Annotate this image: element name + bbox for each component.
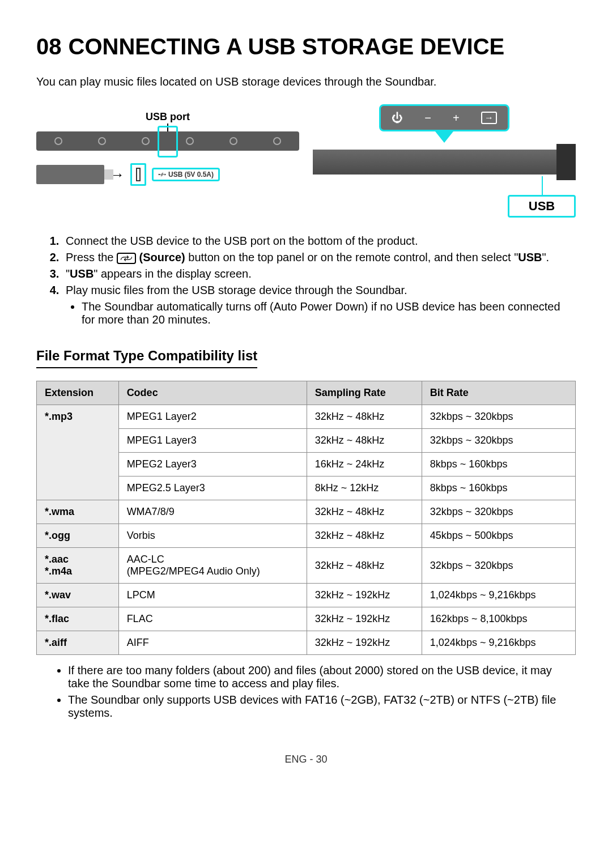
codec-cell: LPCM	[118, 584, 307, 607]
table-row: *.wma WMA7/8/9 32kHz ~ 48kHz 32kbps ~ 32…	[37, 500, 576, 524]
callout-triangle-icon	[435, 131, 453, 143]
codec-cell: FLAC	[118, 607, 307, 631]
diagram-remote-source: ⏻ − + → USB	[313, 104, 576, 218]
usb-spec-label: USB (5V 0.5A)	[152, 168, 220, 181]
table-row: *.wav LPCM 32kHz ~ 192kHz 1,024kbps ~ 9,…	[37, 584, 576, 607]
bit-cell: 8kbps ~ 160kbps	[422, 453, 575, 476]
step-4: Play music files from the USB storage de…	[62, 284, 576, 326]
table-row: *.flac FLAC 32kHz ~ 192kHz 162kbps ~ 8,1…	[37, 607, 576, 631]
rate-cell: 32kHz ~ 192kHz	[307, 584, 422, 607]
table-row: *.aac *.m4a AAC-LC (MPEG2/MPEG4 Audio On…	[37, 548, 576, 584]
codec-cell: MPEG1 Layer3	[118, 429, 307, 453]
remote-top-panel: ⏻ − + →	[379, 104, 509, 131]
source-icon: →	[481, 112, 497, 124]
display-usb-text: USB	[529, 199, 555, 213]
ext-cell: *.ogg	[37, 524, 119, 548]
ext-cell: *.aiff	[37, 631, 119, 655]
usb-spec-text: USB (5V 0.5A)	[168, 171, 214, 178]
codec-cell: WMA7/8/9	[118, 500, 307, 524]
rate-cell: 32kHz ~ 48kHz	[307, 405, 422, 429]
codec-cell: MPEG1 Layer2	[118, 405, 307, 429]
table-row: *.mp3 MPEG1 Layer2 32kHz ~ 48kHz 32kbps …	[37, 405, 576, 429]
step-3: "USB" appears in the display screen.	[62, 267, 576, 280]
source-label: (Source)	[139, 251, 185, 263]
usb-insert-detail: → USB (5V 0.5A)	[36, 163, 299, 186]
bit-cell: 8kbps ~ 160kbps	[422, 476, 575, 500]
soundbar-top-view	[36, 131, 299, 151]
bit-cell: 45kbps ~ 500kbps	[422, 524, 575, 548]
usb-port-label: USB port	[146, 111, 190, 123]
rate-cell: 8kHz ~ 12kHz	[307, 476, 422, 500]
bit-cell: 32kbps ~ 320kbps	[422, 548, 575, 584]
bit-cell: 162kbps ~ 8,100kbps	[422, 607, 575, 631]
display-usb-box: USB	[508, 195, 576, 218]
codec-cell: AIFF	[118, 631, 307, 655]
bit-cell: 1,024kbps ~ 9,216kbps	[422, 584, 575, 607]
usb-icon	[158, 172, 166, 177]
step-4-sublist: The Soundbar automatically turns off (Au…	[66, 300, 576, 326]
col-bit-rate: Bit Rate	[422, 381, 575, 405]
codec-cell: MPEG2 Layer3	[118, 453, 307, 476]
usb-port-highlight	[158, 126, 178, 158]
codec-cell: AAC-LC (MPEG2/MPEG4 Audio Only)	[118, 548, 307, 584]
page-footer: ENG - 30	[36, 754, 576, 765]
section-heading: 08CONNECTING A USB STORAGE DEVICE	[36, 34, 576, 59]
format-table: Extension Codec Sampling Rate Bit Rate *…	[36, 381, 576, 655]
power-icon: ⏻	[392, 112, 403, 125]
note-item: The Soundbar only supports USB devices w…	[68, 693, 576, 720]
manual-page: 08CONNECTING A USB STORAGE DEVICE You ca…	[0, 0, 612, 788]
bit-cell: 32kbps ~ 320kbps	[422, 500, 575, 524]
codec-cell: Vorbis	[118, 524, 307, 548]
step-1: Connect the USB device to the USB port o…	[62, 235, 576, 248]
col-sampling-rate: Sampling Rate	[307, 381, 422, 405]
codec-cell: MPEG2.5 Layer3	[118, 476, 307, 500]
rate-cell: 32kHz ~ 48kHz	[307, 524, 422, 548]
section-title-text: CONNECTING A USB STORAGE DEVICE	[69, 34, 505, 59]
diagram-soundbar-usb: USB port → USB (5V 0.5A)	[36, 104, 299, 218]
usb-stick-icon	[36, 165, 104, 184]
minus-icon: −	[424, 112, 431, 125]
ext-cell: *.wma	[37, 500, 119, 524]
rate-cell: 32kHz ~ 48kHz	[307, 500, 422, 524]
soundbar-perspective	[313, 150, 576, 175]
table-row: *.ogg Vorbis 32kHz ~ 48kHz 45kbps ~ 500k…	[37, 524, 576, 548]
ext-cell: *.wav	[37, 584, 119, 607]
source-button-icon	[117, 253, 136, 264]
rate-cell: 32kHz ~ 48kHz	[307, 548, 422, 584]
section-number: 08	[36, 34, 62, 59]
bit-cell: 32kbps ~ 320kbps	[422, 405, 575, 429]
step-2: Press the (Source) button on the top pan…	[62, 251, 576, 264]
rate-cell: 32kHz ~ 192kHz	[307, 607, 422, 631]
ext-cell: *.flac	[37, 607, 119, 631]
note-item: If there are too many folders (about 200…	[68, 664, 576, 690]
bit-cell: 32kbps ~ 320kbps	[422, 429, 575, 453]
ext-cell: *.aac *.m4a	[37, 548, 119, 584]
table-row: *.aiff AIFF 32kHz ~ 192kHz 1,024kbps ~ 9…	[37, 631, 576, 655]
diagram-row: USB port → USB (5V 0.5A) ⏻	[36, 104, 576, 218]
rate-cell: 32kHz ~ 48kHz	[307, 429, 422, 453]
plus-icon: +	[453, 112, 460, 125]
ext-cell: *.mp3	[37, 405, 119, 500]
rate-cell: 32kHz ~ 192kHz	[307, 631, 422, 655]
col-codec: Codec	[118, 381, 307, 405]
notes-list: If there are too many folders (about 200…	[36, 664, 576, 720]
rate-cell: 16kHz ~ 24kHz	[307, 453, 422, 476]
bit-cell: 1,024kbps ~ 9,216kbps	[422, 631, 575, 655]
intro-paragraph: You can play music files located on USB …	[36, 75, 576, 88]
step-4-note: The Soundbar automatically turns off (Au…	[82, 300, 576, 326]
col-extension: Extension	[37, 381, 119, 405]
table-body: *.mp3 MPEG1 Layer2 32kHz ~ 48kHz 32kbps …	[37, 405, 576, 655]
steps-list: Connect the USB device to the USB port o…	[36, 235, 576, 326]
usb-port-icon	[130, 163, 146, 186]
table-header-row: Extension Codec Sampling Rate Bit Rate	[37, 381, 576, 405]
compat-heading: File Format Type Compatibility list	[36, 348, 257, 368]
